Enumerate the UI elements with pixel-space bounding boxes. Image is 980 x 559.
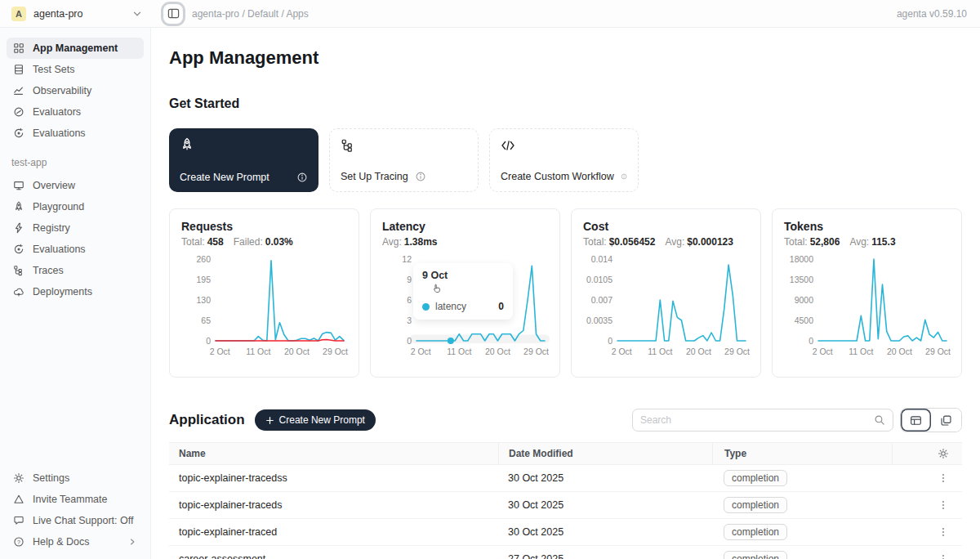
column-header-date-modified[interactable]: Date Modified xyxy=(498,443,712,464)
svg-text:260: 260 xyxy=(196,254,211,264)
testsets-icon xyxy=(13,64,24,75)
card-label: Set Up Tracing xyxy=(341,171,408,182)
chart-stats: Total:52,806 Avg:115.3 xyxy=(784,236,950,248)
svg-text:9000: 9000 xyxy=(795,295,814,305)
sidebar-item-deployments[interactable]: Deployments xyxy=(7,281,144,302)
app-name: topic-explainer-tracedss xyxy=(169,472,498,484)
table-row[interactable]: career-assessment 27 Oct 2025 completion xyxy=(169,546,962,559)
svg-text:20 Oct: 20 Oct xyxy=(485,347,510,356)
svg-text:11 Oct: 11 Oct xyxy=(849,347,873,356)
sidebar-item-evaluators[interactable]: Evaluators xyxy=(7,101,144,123)
table-settings-gear-icon[interactable] xyxy=(938,448,949,459)
table-row[interactable]: topic-explainer-tracedss 30 Oct 2025 com… xyxy=(169,465,962,492)
svg-text:20 Oct: 20 Oct xyxy=(686,347,711,356)
svg-text:9: 9 xyxy=(407,275,412,284)
latency-chart-card: Latency Avg:1.38ms 0369122 Oct11 Oct20 O… xyxy=(370,208,560,378)
sidebar-item-observability[interactable]: Observability xyxy=(7,80,144,101)
svg-text:18000: 18000 xyxy=(790,254,813,264)
chart-stats: Avg:1.38ms xyxy=(382,236,548,248)
svg-text:0.014: 0.014 xyxy=(591,254,612,264)
chart-tooltip: 9 Oct latency 0 xyxy=(413,263,513,320)
svg-text:3: 3 xyxy=(407,315,412,325)
chart-stats: Total:458 Failed:0.03% xyxy=(181,236,347,248)
chevron-down-icon xyxy=(131,8,143,20)
create-custom-workflow-card[interactable]: Create Custom Workflow xyxy=(489,128,639,192)
sidebar-item-overview[interactable]: Overview xyxy=(7,175,144,196)
breadcrumb[interactable]: agenta-pro / Default / Apps xyxy=(192,8,309,20)
application-toolbar: Application Create New Prompt xyxy=(169,408,962,432)
help-icon: ? xyxy=(13,536,24,548)
create-new-prompt-card[interactable]: Create New Prompt xyxy=(169,128,318,192)
search-input[interactable] xyxy=(640,414,874,426)
row-menu-icon[interactable] xyxy=(938,553,949,559)
svg-text:20 Oct: 20 Oct xyxy=(284,347,310,356)
applications-table: Name Date Modified Type topic-explainer-… xyxy=(169,442,962,559)
column-header-type[interactable]: Type xyxy=(712,443,892,464)
sidebar-item-help-docs[interactable]: ? Help & Docs xyxy=(7,531,144,552)
tokens-chart-card: Tokens Total:52,806 Avg:115.3 0450090001… xyxy=(772,208,962,378)
app-name: career-assessment xyxy=(169,553,498,559)
sidebar-collapse-button[interactable] xyxy=(161,2,185,26)
svg-text:12: 12 xyxy=(402,254,412,264)
cloud-icon xyxy=(13,286,24,297)
svg-text:130: 130 xyxy=(196,295,211,305)
requests-chart-card: Requests Total:458 Failed:0.03% 06513019… xyxy=(169,208,359,378)
tooltip-series-name: latency xyxy=(435,301,466,312)
sidebar-item-settings[interactable]: Settings xyxy=(7,467,144,489)
app-date-modified: 30 Oct 2025 xyxy=(498,526,712,538)
sidebar-item-traces[interactable]: Traces xyxy=(7,260,144,281)
requests-line-chart[interactable]: 0651301952602 Oct11 Oct20 Oct29 Oct xyxy=(181,251,349,362)
sidebar-item-live-chat[interactable]: Live Chat Support: Off xyxy=(7,510,144,531)
tokens-line-chart[interactable]: 04500900013500180002 Oct11 Oct20 Oct29 O… xyxy=(784,251,951,362)
chevron-right-icon xyxy=(127,537,137,547)
sidebar-item-registry[interactable]: Registry xyxy=(7,217,144,239)
sidebar-item-invite-teammate[interactable]: Invite Teammate xyxy=(7,489,144,510)
svg-text:29 Oct: 29 Oct xyxy=(523,347,549,356)
svg-text:29 Oct: 29 Oct xyxy=(323,347,348,356)
row-menu-icon[interactable] xyxy=(938,526,949,538)
info-icon[interactable] xyxy=(415,171,426,182)
set-up-tracing-card[interactable]: Set Up Tracing xyxy=(329,128,479,192)
sidebar-item-test-sets[interactable]: Test Sets xyxy=(7,59,144,80)
sidebar-item-app-management[interactable]: App Management xyxy=(7,38,144,59)
sidebar-item-playground[interactable]: Playground xyxy=(7,196,144,217)
app-date-modified: 30 Oct 2025 xyxy=(498,499,712,511)
svg-text:11 Oct: 11 Oct xyxy=(246,347,270,356)
table-row[interactable]: topic-explainer-traced 30 Oct 2025 compl… xyxy=(169,519,962,546)
chart-title: Tokens xyxy=(784,220,950,233)
svg-text:0.0105: 0.0105 xyxy=(586,275,612,284)
column-header-name[interactable]: Name xyxy=(169,448,498,459)
cost-line-chart[interactable]: 00.00350.0070.01050.0142 Oct11 Oct20 Oct… xyxy=(583,251,751,362)
sidebar-item-label: App Management xyxy=(33,42,137,54)
view-toggle xyxy=(900,408,962,432)
app-date-modified: 30 Oct 2025 xyxy=(498,472,712,484)
search-icon[interactable] xyxy=(874,414,885,426)
row-menu-icon[interactable] xyxy=(938,499,949,511)
table-view-button[interactable] xyxy=(901,409,931,432)
grid-icon xyxy=(13,42,24,54)
create-new-prompt-button[interactable]: Create New Prompt xyxy=(255,409,376,431)
card-view-button[interactable] xyxy=(931,409,961,432)
workspace-switcher[interactable]: A agenta-pro xyxy=(0,7,151,21)
svg-text:20 Oct: 20 Oct xyxy=(887,347,912,356)
svg-text:2 Oct: 2 Oct xyxy=(813,347,833,356)
application-heading: Application xyxy=(169,412,245,428)
svg-text:?: ? xyxy=(17,539,20,545)
row-menu-icon[interactable] xyxy=(938,472,949,484)
sidebar-item-evaluations-app[interactable]: Evaluations xyxy=(7,239,144,260)
table-row[interactable]: topic-explainer-traceds 30 Oct 2025 comp… xyxy=(169,492,962,519)
svg-text:65: 65 xyxy=(201,315,211,325)
metrics-charts: Requests Total:458 Failed:0.03% 06513019… xyxy=(169,208,962,378)
app-version: agenta v0.59.10 xyxy=(897,8,967,20)
info-icon[interactable] xyxy=(296,172,308,183)
gear-icon xyxy=(13,472,24,484)
app-name: topic-explainer-traced xyxy=(169,526,498,538)
info-icon[interactable] xyxy=(621,171,627,182)
chart-stats: Total:$0.056452 Avg:$0.000123 xyxy=(583,236,749,248)
svg-text:11 Oct: 11 Oct xyxy=(447,347,471,356)
sidebar-item-evaluations[interactable]: Evaluations xyxy=(7,123,144,144)
triangle-icon xyxy=(13,494,24,505)
get-started-heading: Get Started xyxy=(169,96,962,111)
lightning-icon xyxy=(13,222,24,234)
tooltip-value: 0 xyxy=(498,301,504,312)
